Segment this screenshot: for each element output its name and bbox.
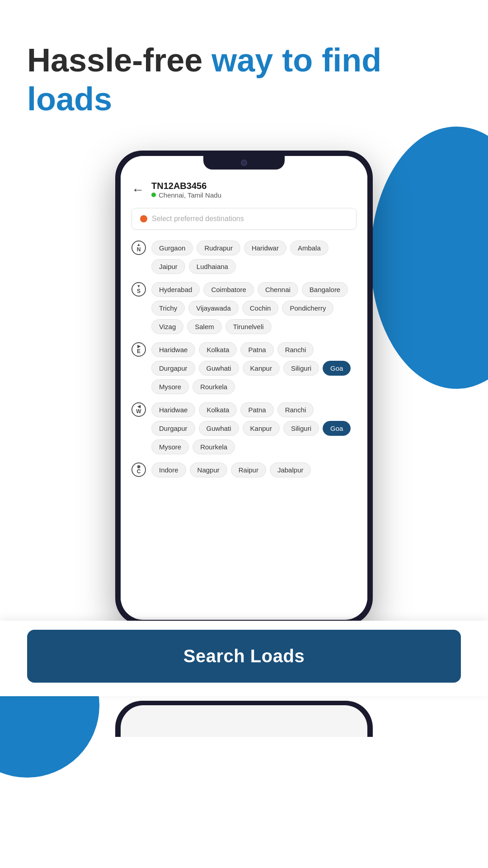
tag-rourkela[interactable]: Rourkela — [192, 439, 235, 454]
direction-badge-south: ▼S — [131, 282, 146, 297]
tags-wrapper-north: GurgaonRudrapurHaridwarAmbalaJaipurLudha… — [151, 241, 357, 274]
search-loads-button[interactable]: Search Loads — [27, 630, 461, 683]
tag-patna[interactable]: Patna — [240, 402, 273, 417]
tag-ranchi[interactable]: Ranchi — [277, 402, 314, 417]
tag-trichy[interactable]: Trichy — [151, 301, 185, 316]
tag-kolkata[interactable]: Kolkata — [199, 342, 237, 357]
tag-durgapur[interactable]: Durgapur — [151, 361, 195, 376]
tag-haridwae[interactable]: Haridwae — [151, 402, 195, 417]
tag-hyderabad[interactable]: Hyderabad — [151, 282, 200, 297]
tag-haridwae[interactable]: Haridwae — [151, 342, 195, 357]
destination-search-box[interactable]: Select preferred destinations — [131, 208, 357, 230]
phone-peek-frame — [115, 701, 373, 737]
direction-badge-west: ◀W — [131, 402, 146, 417]
tag-tirunelveli[interactable]: Tirunelveli — [225, 319, 272, 334]
tag-salem[interactable]: Salem — [187, 319, 222, 334]
tag-mysore[interactable]: Mysore — [151, 439, 189, 454]
phone-mockup: ← TN12AB3456 Chennai, Tamil Nadu Select … — [0, 151, 488, 625]
direction-badge-central: ◉C — [131, 462, 146, 477]
tag-durgapur[interactable]: Durgapur — [151, 421, 195, 436]
tag-goa[interactable]: Goa — [323, 421, 351, 436]
tag-rourkela[interactable]: Rourkela — [192, 379, 235, 394]
phone-frame: ← TN12AB3456 Chennai, Tamil Nadu Select … — [115, 151, 373, 625]
tag-kanpur[interactable]: Kanpur — [243, 361, 280, 376]
phone-content: ← TN12AB3456 Chennai, Tamil Nadu Select … — [121, 156, 367, 617]
tag-raipur[interactable]: Raipur — [231, 462, 266, 477]
phone-peek-inner — [121, 705, 367, 737]
tag-patna[interactable]: Patna — [240, 342, 273, 357]
tags-wrapper-west: HaridwaeKolkataPatnaRanchiDurgapurGuwhat… — [151, 402, 357, 454]
tag-vijayawada[interactable]: Vijayawada — [188, 301, 238, 316]
tag-indore[interactable]: Indore — [151, 462, 186, 477]
direction-header-west: ◀WHaridwaeKolkataPatnaRanchiDurgapurGuwh… — [131, 402, 357, 454]
vehicle-location: Chennai, Tamil Nadu — [151, 191, 221, 199]
back-button[interactable]: ← — [131, 183, 144, 197]
tag-nagpur[interactable]: Nagpur — [190, 462, 227, 477]
tag-kolkata[interactable]: Kolkata — [199, 402, 237, 417]
phone-header: ← TN12AB3456 Chennai, Tamil Nadu — [131, 176, 357, 199]
tag-ranchi[interactable]: Ranchi — [277, 342, 314, 357]
direction-section-central: ◉CIndoreNagpurRaipurJabalpur — [131, 462, 357, 477]
tag-coimbatore[interactable]: Coimbatore — [203, 282, 254, 297]
tag-guwhati[interactable]: Guwhati — [199, 361, 239, 376]
destination-icon — [140, 215, 147, 222]
direction-header-central: ◉CIndoreNagpurRaipurJabalpur — [131, 462, 357, 477]
direction-header-east: ▶EHaridwaeKolkataPatnaRanchiDurgapurGuwh… — [131, 342, 357, 394]
direction-header-south: ▼SHyderabadCoimbatoreChennaiBangaloreTri… — [131, 282, 357, 334]
tag-ludhaiana[interactable]: Ludhaiana — [189, 259, 236, 274]
tag-haridwar[interactable]: Haridwar — [244, 241, 286, 255]
direction-section-west: ◀WHaridwaeKolkataPatnaRanchiDurgapurGuwh… — [131, 402, 357, 454]
tag-cochin[interactable]: Cochin — [242, 301, 279, 316]
vehicle-id: TN12AB3456 — [151, 181, 221, 191]
tag-guwhati[interactable]: Guwhati — [199, 421, 239, 436]
search-placeholder: Select preferred destinations — [152, 215, 244, 223]
tag-siliguri[interactable]: Siliguri — [283, 421, 319, 436]
tag-jabalpur[interactable]: Jabalpur — [270, 462, 311, 477]
hero-title-plain: Hassle-free — [27, 42, 211, 78]
direction-section-east: ▶EHaridwaeKolkataPatnaRanchiDurgapurGuwh… — [131, 342, 357, 394]
direction-section-south: ▼SHyderabadCoimbatoreChennaiBangaloreTri… — [131, 282, 357, 334]
direction-header-north: ▲NGurgaonRudrapurHaridwarAmbalaJaipurLud… — [131, 241, 357, 274]
tag-chennai[interactable]: Chennai — [258, 282, 298, 297]
phone-inner: ← TN12AB3456 Chennai, Tamil Nadu Select … — [121, 156, 367, 620]
tag-kanpur[interactable]: Kanpur — [243, 421, 280, 436]
direction-section-north: ▲NGurgaonRudrapurHaridwarAmbalaJaipurLud… — [131, 241, 357, 274]
tags-wrapper-south: HyderabadCoimbatoreChennaiBangaloreTrich… — [151, 282, 357, 334]
next-phone-peek — [0, 701, 488, 737]
tag-rudrapur[interactable]: Rudrapur — [197, 241, 240, 255]
tag-goa[interactable]: Goa — [323, 361, 351, 376]
direction-badge-north: ▲N — [131, 241, 146, 255]
tag-vizag[interactable]: Vizag — [151, 319, 183, 334]
phone-notch — [203, 156, 285, 170]
tag-pondicherry[interactable]: Pondicherry — [282, 301, 333, 316]
hero-title: Hassle-free way to find loads — [27, 41, 461, 119]
online-status-dot — [151, 193, 156, 197]
bottom-bar: Search Loads — [0, 621, 488, 696]
tags-wrapper-east: HaridwaeKolkataPatnaRanchiDurgapurGuwhat… — [151, 342, 357, 394]
tag-gurgaon[interactable]: Gurgaon — [151, 241, 193, 255]
direction-badge-east: ▶E — [131, 342, 146, 357]
directions-container: ▲NGurgaonRudrapurHaridwarAmbalaJaipurLud… — [131, 241, 357, 477]
hero-section: Hassle-free way to find loads — [0, 0, 488, 137]
vehicle-info: TN12AB3456 Chennai, Tamil Nadu — [151, 181, 221, 199]
camera-dot — [241, 160, 247, 166]
tag-jaipur[interactable]: Jaipur — [151, 259, 185, 274]
tag-bangalore[interactable]: Bangalore — [302, 282, 348, 297]
tags-wrapper-central: IndoreNagpurRaipurJabalpur — [151, 462, 311, 477]
tag-ambala[interactable]: Ambala — [290, 241, 328, 255]
location-text: Chennai, Tamil Nadu — [159, 191, 221, 199]
tag-siliguri[interactable]: Siliguri — [283, 361, 319, 376]
tag-mysore[interactable]: Mysore — [151, 379, 189, 394]
